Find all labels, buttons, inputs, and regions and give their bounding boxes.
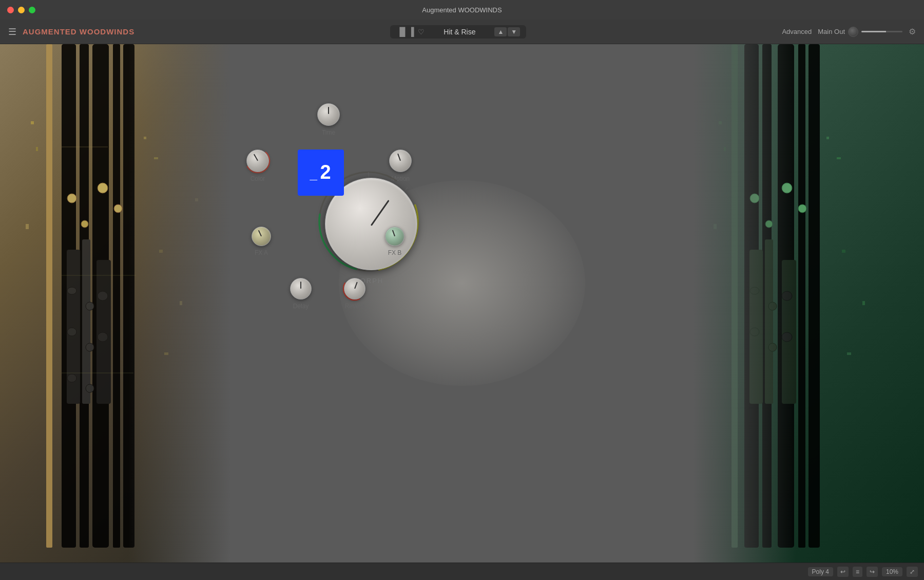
app-name: AUGMENTED WOODWINDS	[23, 27, 134, 36]
title-bar: Augmented WOODWINDS	[0, 0, 924, 20]
svg-rect-8	[97, 260, 111, 404]
time-knob-wrap	[317, 103, 340, 126]
svg-rect-37	[808, 44, 820, 548]
toolbar: ☰ AUGMENTED WOODWINDS ▐▌▐ ♡ Hit & Rise ▲…	[0, 20, 924, 44]
svg-point-11	[98, 183, 108, 193]
redo-button[interactable]: ↪	[867, 567, 878, 577]
preset-navigation: ▲ ▼	[494, 27, 520, 36]
svg-point-12	[114, 204, 122, 213]
svg-rect-55	[837, 157, 841, 159]
time-knob-container: Time	[317, 103, 340, 136]
svg-point-9	[67, 194, 76, 203]
delay-knob-container: Delay	[290, 278, 312, 310]
reverb-knob-container: Reverb	[344, 278, 365, 310]
svg-rect-7	[82, 239, 90, 404]
preset-controls: ▐▌▐ ♡ Hit & Rise ▲ ▼	[390, 25, 526, 39]
fxa-knob-container: FX A	[252, 227, 271, 256]
svg-rect-57	[842, 250, 845, 253]
svg-point-15	[98, 291, 108, 301]
main-out-label: Main Out	[818, 28, 845, 35]
svg-rect-59	[847, 352, 851, 355]
svg-rect-21	[31, 121, 34, 124]
svg-point-20	[86, 384, 94, 392]
favorite-icon[interactable]: ♡	[418, 28, 425, 36]
minimize-button[interactable]	[18, 7, 25, 13]
settings-icon[interactable]: ⚙	[909, 27, 916, 36]
window-title: Augmented WOODWINDS	[422, 6, 502, 14]
main-content: _ 2 Color Time Motion	[0, 44, 924, 563]
svg-point-13	[67, 287, 76, 294]
time-label: Time	[322, 129, 335, 136]
delay-label: Delay	[293, 303, 309, 310]
color-knob-container: Color	[246, 149, 269, 182]
svg-rect-58	[862, 301, 865, 305]
color-knob-wrap	[246, 149, 269, 172]
expand-button[interactable]: ⤢	[907, 567, 918, 577]
svg-point-17	[86, 343, 94, 351]
svg-rect-36	[798, 44, 805, 548]
svg-rect-22	[36, 147, 38, 151]
delay-knob[interactable]	[290, 278, 312, 300]
fxa-label: FX A	[255, 249, 268, 256]
fxa-knob[interactable]	[252, 227, 271, 246]
reverb-knob-wrap	[344, 278, 365, 300]
color-knob[interactable]	[246, 149, 269, 172]
reverb-knob[interactable]	[344, 278, 365, 300]
reverb-label: Reverb	[345, 303, 365, 310]
color-label: Color	[251, 175, 265, 182]
svg-point-16	[67, 328, 76, 336]
main-out-control: Main Out	[818, 27, 902, 37]
preset-prev-button[interactable]: ▲	[494, 27, 507, 36]
svg-point-19	[67, 374, 76, 382]
output-volume-slider[interactable]	[861, 31, 902, 32]
time-knob[interactable]	[317, 103, 340, 126]
preset-name: Hit & Rise	[429, 28, 490, 36]
close-button[interactable]	[7, 7, 14, 13]
maximize-button[interactable]	[29, 7, 35, 13]
center-panel: _ 2 Color Time Motion	[329, 165, 595, 442]
svg-rect-25	[26, 224, 29, 229]
output-volume-knob[interactable]	[848, 27, 858, 37]
fxb-knob[interactable]	[385, 227, 405, 246]
toolbar-center: ▐▌▐ ♡ Hit & Rise ▲ ▼	[143, 25, 774, 39]
instrument-left-bg	[0, 44, 231, 563]
svg-point-14	[86, 302, 94, 310]
svg-rect-54	[826, 137, 829, 139]
library-icon[interactable]: ▐▌▐	[396, 27, 414, 36]
preset-next-button[interactable]: ▼	[508, 27, 520, 36]
advanced-button[interactable]: Advanced	[782, 28, 812, 35]
badge-number: 2	[320, 161, 331, 183]
svg-point-10	[81, 220, 88, 228]
traffic-lights	[7, 7, 35, 13]
toolbar-right: Advanced Main Out ⚙	[782, 27, 916, 37]
undo-button[interactable]: ↩	[837, 567, 849, 577]
toolbar-left: ☰ AUGMENTED WOODWINDS	[8, 26, 134, 38]
svg-point-45	[798, 204, 806, 213]
fxb-knob-container: FX B	[385, 227, 405, 256]
menu-icon[interactable]: ☰	[8, 26, 16, 38]
instrument-right-bg	[693, 44, 924, 563]
svg-rect-5	[46, 44, 52, 548]
svg-rect-3	[113, 44, 120, 548]
fxb-label: FX B	[388, 249, 402, 256]
list-button[interactable]: ≡	[853, 567, 862, 577]
bottom-bar: Poly 4 ↩ ≡ ↪ 10% ⤢	[0, 563, 924, 580]
blue-badge: _ 2	[298, 149, 344, 196]
poly-badge: Poly 4	[808, 567, 833, 576]
zoom-level: 10%	[882, 567, 902, 576]
svg-point-18	[98, 332, 108, 342]
